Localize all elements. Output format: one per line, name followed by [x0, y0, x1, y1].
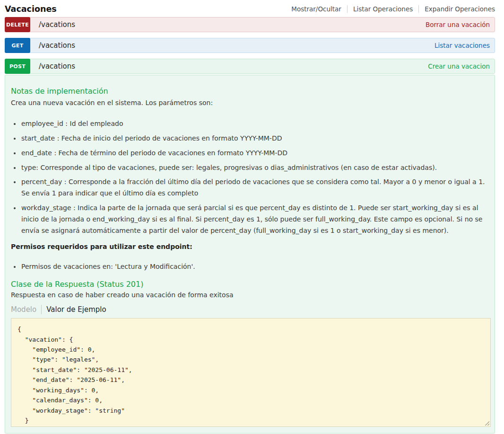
implementation-notes-intro: Crea una nueva vacación en el sistema. L… [11, 98, 492, 107]
endpoint-path: /vacations [39, 41, 75, 50]
http-method-badge-delete: DELETE [5, 17, 30, 32]
param-list-item: percent_day : Corresponde a la fracción … [21, 177, 492, 199]
resource-header-links: Mostrar/Ocultar Listar Operaciones Expan… [286, 5, 495, 13]
operation-row-post[interactable]: POST /vacations Crear una vacacion [5, 59, 495, 74]
operation-summary-link[interactable]: Crear una vacacion [428, 62, 490, 70]
resource-title: Vacaciones [5, 4, 57, 14]
param-list-item: start_date : Fecha de inicio del periodo… [21, 133, 492, 144]
example-json-code: { "vacation": { "employee_id": 0, "type"… [11, 319, 490, 426]
param-list-item: end_date : Fecha de término del periodo … [21, 148, 492, 159]
http-method-badge-get: GET [5, 38, 30, 53]
show-hide-link[interactable]: Mostrar/Ocultar [286, 5, 347, 13]
response-description: Respuesta en caso de haber creado una va… [11, 291, 492, 299]
endpoint-path: /vacations [39, 62, 75, 71]
tab-model[interactable]: Modelo [11, 305, 41, 314]
response-tabs: Modelo Valor de Ejemplo [11, 305, 492, 314]
http-method-badge-post: POST [5, 59, 30, 74]
resource-header: Vacaciones Mostrar/Ocultar Listar Operac… [5, 0, 495, 17]
operation-row-get[interactable]: GET /vacations Listar vacaciones [5, 38, 495, 53]
tab-example-value[interactable]: Valor de Ejemplo [42, 305, 106, 314]
param-list-item: type: Corresponde al tipo de vacaciones,… [21, 162, 492, 174]
operation-summary-link[interactable]: Listar vacaciones [434, 42, 490, 49]
expand-operations-link[interactable]: Expandir Operaciones [419, 5, 495, 13]
permissions-list: Permisos de vacaciones en: 'Lectura y Mo… [11, 261, 492, 273]
operation-summary-link[interactable]: Borrar una vacación [426, 21, 490, 28]
implementation-notes-heading: Notas de implementación [11, 87, 492, 96]
api-docs-page: Vacaciones Mostrar/Ocultar Listar Operac… [0, 0, 504, 434]
param-list-item: workday_stage : Indica la parte de la jo… [21, 203, 492, 236]
endpoint-path: /vacations [39, 20, 75, 29]
post-operation-content: Notas de implementación Crea una nueva v… [5, 75, 495, 434]
param-list-item: employee_id : Id del empleado [21, 118, 492, 130]
parameter-list: employee_id : Id del empleado start_date… [11, 118, 492, 236]
operation-row-delete[interactable]: DELETE /vacations Borrar una vacación [5, 17, 495, 32]
permission-list-item: Permisos de vacaciones en: 'Lectura y Mo… [21, 261, 492, 273]
list-operations-link[interactable]: Listar Operaciones [348, 5, 418, 13]
response-class-heading: Clase de la Respuesta (Status 201) [11, 280, 492, 289]
example-value-snippet: { "vacation": { "employee_id": 0, "type"… [11, 318, 491, 427]
permissions-heading: Permisos requeridos para utilizar este e… [11, 243, 492, 250]
